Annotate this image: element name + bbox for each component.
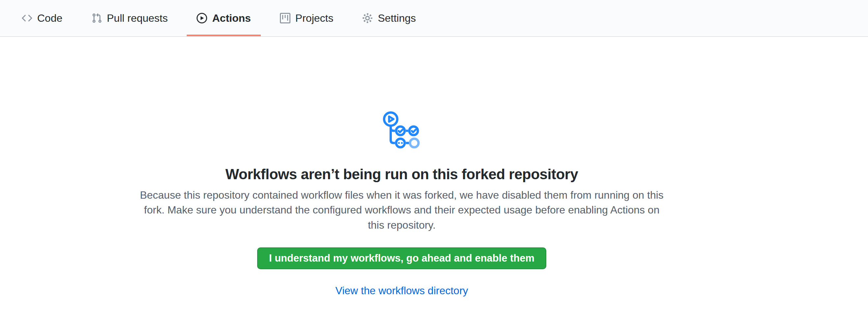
repo-tab-bar: Code Pull requests Actions Projects Sett… — [0, 0, 868, 37]
gear-icon — [362, 13, 373, 23]
tab-actions[interactable]: Actions — [187, 0, 260, 36]
enable-button-row: I understand my workflows, go ahead and … — [132, 232, 672, 269]
workflows-link-row: View the workflows directory — [132, 285, 672, 297]
tab-projects[interactable]: Projects — [270, 0, 343, 36]
play-icon — [196, 13, 207, 23]
git-pull-request-icon — [92, 13, 102, 23]
tab-pull-requests[interactable]: Pull requests — [82, 0, 178, 36]
blankslate: Workflows aren’t being run on this forke… — [132, 37, 672, 297]
workflow-graph-icon — [383, 111, 421, 149]
code-icon — [22, 13, 32, 23]
page-title: Workflows aren’t being run on this forke… — [132, 165, 672, 183]
tab-label: Settings — [378, 13, 416, 23]
actions-disabled-page: Workflows aren’t being run on this forke… — [0, 37, 868, 297]
tab-label: Pull requests — [107, 13, 168, 23]
tab-settings[interactable]: Settings — [352, 0, 426, 36]
project-icon — [280, 13, 290, 23]
enable-workflows-button[interactable]: I understand my workflows, go ahead and … — [257, 247, 546, 269]
blankslate-description: Because this repository contained workfl… — [135, 188, 669, 232]
tab-code[interactable]: Code — [12, 0, 72, 36]
tab-label: Code — [37, 13, 63, 23]
view-workflows-directory-link[interactable]: View the workflows directory — [335, 285, 468, 297]
tab-label: Projects — [296, 13, 334, 23]
tab-label: Actions — [212, 13, 251, 23]
